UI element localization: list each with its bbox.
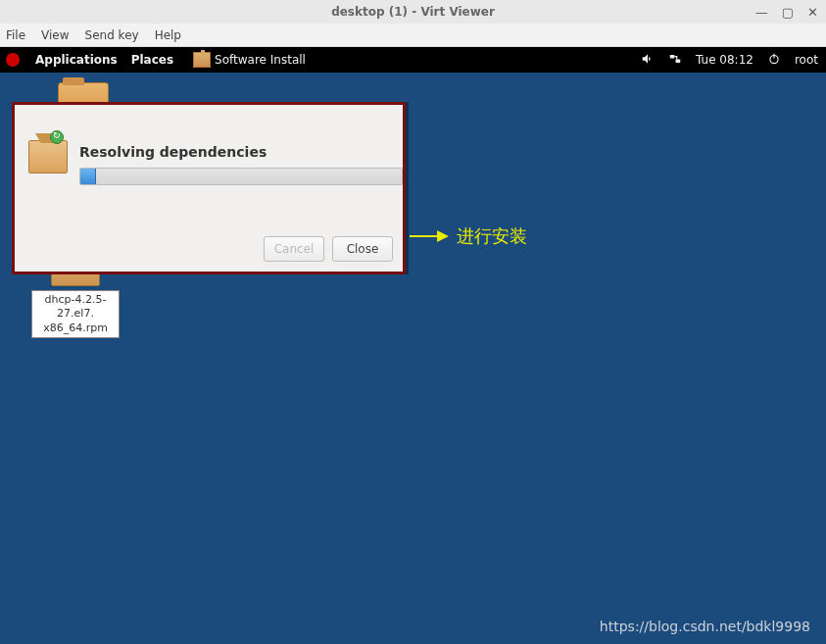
package-large-icon xyxy=(28,140,68,173)
viewer-window-title: desktop (1) - Virt Viewer xyxy=(331,5,495,19)
menu-help[interactable]: Help xyxy=(155,28,181,42)
desktop-area: dhcp-4.2.5-27.el7. x86_64.rpm Resolving … xyxy=(0,73,826,644)
svg-rect-0 xyxy=(670,54,675,58)
maximize-icon[interactable]: ▢ xyxy=(782,5,794,20)
dialog-title: Resolving dependencies xyxy=(79,144,267,160)
viewer-menubar: File View Send key Help xyxy=(0,24,826,47)
viewer-titlebar: desktop (1) - Virt Viewer — ▢ ✕ xyxy=(0,0,826,24)
network-icon[interactable] xyxy=(668,52,682,69)
menu-file[interactable]: File xyxy=(6,28,25,42)
power-icon[interactable] xyxy=(767,52,781,69)
refresh-badge-icon xyxy=(50,130,64,144)
gnome-panel-right: Tue 08:12 root xyxy=(641,52,818,69)
arrow-icon xyxy=(410,226,449,246)
applications-menu[interactable]: Applications xyxy=(35,53,118,67)
install-dialog: Resolving dependencies Cancel Close xyxy=(12,102,406,274)
gnome-top-panel: Applications Places Software Install Tue… xyxy=(0,47,826,73)
cancel-button[interactable]: Cancel xyxy=(264,236,324,262)
progress-fill xyxy=(80,169,96,184)
package-icon xyxy=(193,52,211,68)
dialog-buttons: Cancel Close xyxy=(264,236,393,262)
clock-label[interactable]: Tue 08:12 xyxy=(696,53,753,67)
minimize-icon[interactable]: — xyxy=(755,5,768,20)
annotation-text: 进行安装 xyxy=(457,224,527,248)
svg-marker-5 xyxy=(437,230,449,242)
gnome-panel-left: Applications Places Software Install xyxy=(0,52,306,68)
places-menu[interactable]: Places xyxy=(131,53,173,67)
user-label[interactable]: root xyxy=(795,53,818,67)
annotation: 进行安装 xyxy=(410,224,527,248)
menu-sendkey[interactable]: Send key xyxy=(85,28,139,42)
redhat-logo-icon xyxy=(6,53,20,67)
running-app-indicator[interactable]: Software Install xyxy=(193,52,306,68)
viewer-window-controls: — ▢ ✕ xyxy=(755,5,818,20)
progress-bar xyxy=(79,168,403,185)
volume-icon[interactable] xyxy=(641,52,655,69)
menu-view[interactable]: View xyxy=(41,28,69,42)
close-icon[interactable]: ✕ xyxy=(807,5,818,20)
desktop-file-label: dhcp-4.2.5-27.el7. x86_64.rpm xyxy=(31,290,120,338)
watermark-text: https://blog.csdn.net/bdkl9998 xyxy=(600,619,810,634)
close-button[interactable]: Close xyxy=(332,236,393,262)
running-app-label: Software Install xyxy=(215,53,306,67)
